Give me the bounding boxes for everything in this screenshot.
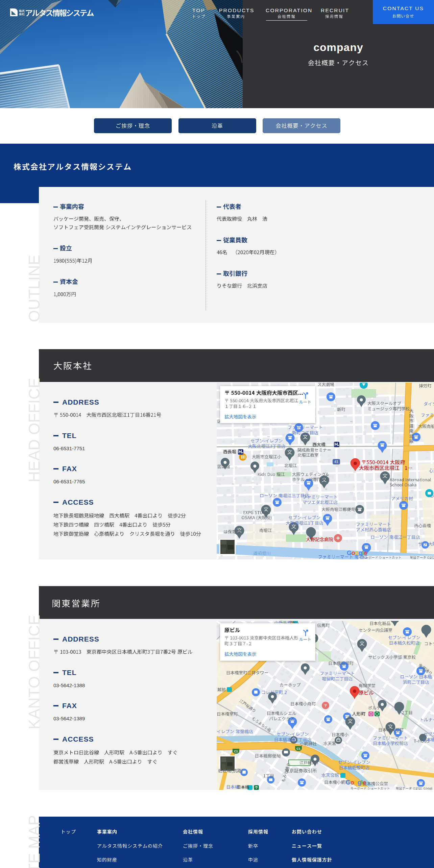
svg-text:G: G: [347, 550, 352, 556]
svg-text:C1: C1: [296, 747, 300, 750]
svg-text:l: l: [361, 779, 363, 786]
svg-text:o: o: [352, 550, 355, 556]
svg-text:o: o: [351, 779, 354, 786]
svg-text:41: 41: [334, 460, 338, 464]
svg-text:o: o: [354, 779, 358, 786]
svg-text:C1: C1: [234, 750, 238, 753]
svg-text:g: g: [358, 779, 361, 786]
